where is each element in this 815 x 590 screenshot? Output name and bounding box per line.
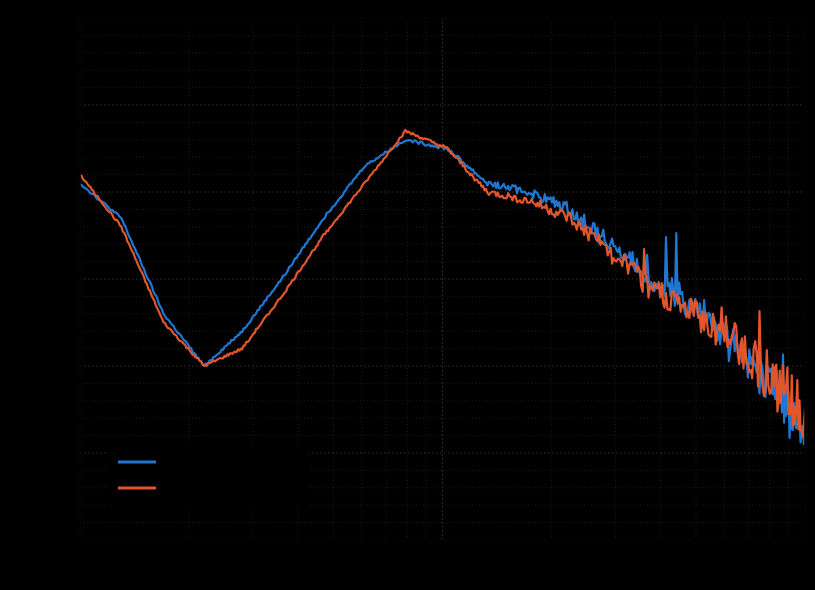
legend-label-1: Driver - Granite — [162, 476, 291, 498]
chart-container: { "chart_data": { "type": "line", "title… — [0, 0, 815, 590]
legend-label-0: Driver - Ground — [162, 450, 292, 472]
chart-plot: Driver - GroundDriver - Granite — [0, 0, 815, 590]
